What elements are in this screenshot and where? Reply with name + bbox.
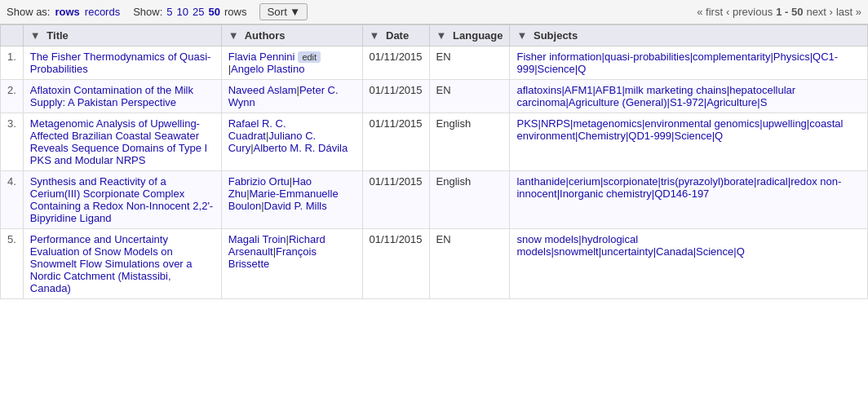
subject-link[interactable]: Canada	[656, 245, 693, 258]
row-date: 01/11/2015	[362, 171, 429, 229]
show-label: Show:	[133, 6, 162, 18]
row-language: EN	[429, 46, 510, 80]
author-link[interactable]: Magali Troin	[228, 233, 286, 245]
subject-link[interactable]: Agriculture (General)	[569, 96, 667, 108]
show-as-section: Show as: rows records	[7, 6, 120, 18]
subject-link[interactable]: Q	[715, 130, 723, 142]
row-subjects[interactable]: Fisher information|quasi-probabilities|c…	[510, 46, 868, 80]
author-link[interactable]: Fabrizio Ortu	[228, 175, 290, 188]
subject-link[interactable]: Science	[538, 63, 575, 75]
subject-link[interactable]: PKS	[516, 117, 538, 130]
subject-link[interactable]: Science	[696, 245, 733, 258]
first-link[interactable]: « first	[697, 6, 723, 18]
subject-link[interactable]: aflatoxins	[516, 84, 561, 96]
subject-link[interactable]: AFB1	[596, 84, 622, 96]
next-link[interactable]: next ›	[806, 6, 833, 18]
subject-link[interactable]: Q	[737, 245, 745, 258]
row-number: 2.	[1, 80, 24, 113]
subject-link[interactable]: tris(pyrazolyl)borate	[661, 175, 754, 188]
subject-link[interactable]: S	[760, 96, 768, 108]
sort-dropdown-icon: ▼	[290, 6, 300, 18]
subject-link[interactable]: Inorganic chemistry	[560, 188, 652, 200]
subject-link[interactable]: QD1-999	[628, 130, 671, 142]
page-range: 1 - 50	[776, 6, 803, 18]
subject-link[interactable]: snow models	[516, 233, 578, 245]
row-authors: Naveed Aslam|Peter C. Wynn	[221, 80, 362, 113]
th-authors-label: Authors	[245, 29, 286, 42]
row-title[interactable]: Aflatoxin Contamination of the Milk Supp…	[23, 80, 221, 113]
table-row: 3.Metagenomic Analysis of Upwelling-Affe…	[1, 113, 868, 171]
author-link[interactable]: Alberto M. R. Dávila	[254, 142, 348, 154]
row-date: 01/11/2015	[362, 229, 429, 299]
th-language[interactable]: ▼ Language	[429, 25, 510, 46]
count-5[interactable]: 5	[166, 6, 172, 18]
author-link[interactable]: David P. Mills	[264, 200, 327, 212]
sort-button[interactable]: Sort ▼	[259, 3, 308, 20]
count-25[interactable]: 25	[193, 6, 204, 18]
row-subjects[interactable]: PKS|NRPS|metagenomics|environmental geno…	[510, 113, 868, 171]
th-date-label: Date	[386, 29, 409, 42]
records-link[interactable]: records	[85, 6, 120, 18]
subject-link[interactable]: scorpionate	[603, 175, 658, 188]
row-title[interactable]: Synthesis and Reactivity of a Cerium(III…	[23, 171, 221, 229]
subject-link[interactable]: Chemistry	[578, 130, 626, 142]
th-title-label: Title	[46, 29, 69, 42]
sort-label: Sort	[267, 6, 286, 18]
subject-link[interactable]: Science	[674, 130, 711, 142]
table-row: 1.The Fisher Thermodynamics of Quasi-Pro…	[1, 46, 868, 80]
row-title[interactable]: Metagenomic Analysis of Upwelling-Affect…	[23, 113, 221, 171]
author-link[interactable]: Naveed Aslam	[228, 84, 297, 96]
th-date[interactable]: ▼ Date	[362, 25, 429, 46]
subject-link[interactable]: metagenomics	[573, 117, 642, 130]
table-row: 2.Aflatoxin Contamination of the Milk Su…	[1, 80, 868, 113]
subject-link[interactable]: NRPS	[541, 117, 570, 130]
subject-link[interactable]: QD146-197	[654, 188, 709, 200]
count-50-active[interactable]: 50	[209, 6, 220, 18]
subject-link[interactable]: Physics	[773, 51, 810, 63]
edit-button[interactable]: edit	[298, 51, 321, 63]
row-date: 01/11/2015	[362, 113, 429, 171]
th-subjects[interactable]: ▼ Subjects	[510, 25, 868, 46]
subject-link[interactable]: cerium	[569, 175, 600, 188]
row-title[interactable]: Performance and Uncertainty Evaluation o…	[23, 229, 221, 299]
th-num	[1, 25, 24, 46]
rows-link[interactable]: rows	[55, 6, 79, 18]
sort-section: Sort ▼	[259, 3, 308, 20]
th-subjects-label: Subjects	[534, 29, 578, 42]
subject-link[interactable]: Agriculture	[706, 96, 757, 108]
subject-link[interactable]: upwelling	[763, 117, 807, 130]
row-number: 4.	[1, 171, 24, 229]
row-language: English	[429, 171, 510, 229]
count-10[interactable]: 10	[177, 6, 188, 18]
table-row: 5.Performance and Uncertainty Evaluation…	[1, 229, 868, 299]
subject-link[interactable]: snowmelt	[554, 245, 599, 258]
th-authors[interactable]: ▼ Authors	[221, 25, 362, 46]
row-authors: Fabrizio Ortu|Hao Zhu|Marie-Emmanuelle B…	[221, 171, 362, 229]
author-link[interactable]: Flavia Pennini	[228, 51, 295, 63]
author-link[interactable]: Angelo Plastino	[231, 63, 304, 75]
subject-link[interactable]: S1-972	[670, 96, 704, 108]
previous-link[interactable]: ‹ previous	[726, 6, 773, 18]
show-as-label: Show as:	[7, 6, 50, 18]
subject-link[interactable]: Fisher information	[516, 51, 601, 63]
subject-link[interactable]: milk marketing chains	[625, 84, 727, 96]
row-title[interactable]: The Fisher Thermodynamics of Quasi-Proba…	[23, 46, 221, 80]
row-subjects[interactable]: snow models|hydrological models|snowmelt…	[510, 229, 868, 299]
table-row: 4.Synthesis and Reactivity of a Cerium(I…	[1, 171, 868, 229]
rows-suffix: rows	[224, 6, 246, 18]
row-language: EN	[429, 229, 510, 299]
subject-link[interactable]: lanthanide	[516, 175, 565, 188]
subject-link[interactable]: quasi-probabilities	[604, 51, 690, 63]
row-authors: Flavia Penniniedit|Angelo Plastino	[221, 46, 362, 80]
row-subjects[interactable]: aflatoxins|AFM1|AFB1|milk marketing chai…	[510, 80, 868, 113]
subject-link[interactable]: uncertainty	[601, 245, 653, 258]
subject-link[interactable]: complementarity	[693, 51, 770, 63]
subject-link[interactable]: radical	[756, 175, 787, 188]
last-link[interactable]: last »	[836, 6, 861, 18]
th-title[interactable]: ▼ Title	[23, 25, 221, 46]
subject-link[interactable]: environmental genomics	[644, 117, 760, 130]
subject-link[interactable]: AFM1	[565, 84, 593, 96]
subject-link[interactable]: Q	[578, 63, 586, 75]
row-subjects[interactable]: lanthanide|cerium|scorpionate|tris(pyraz…	[510, 171, 868, 229]
records-table: ▼ Title ▼ Authors ▼ Date ▼ Language ▼ Su…	[0, 24, 868, 299]
